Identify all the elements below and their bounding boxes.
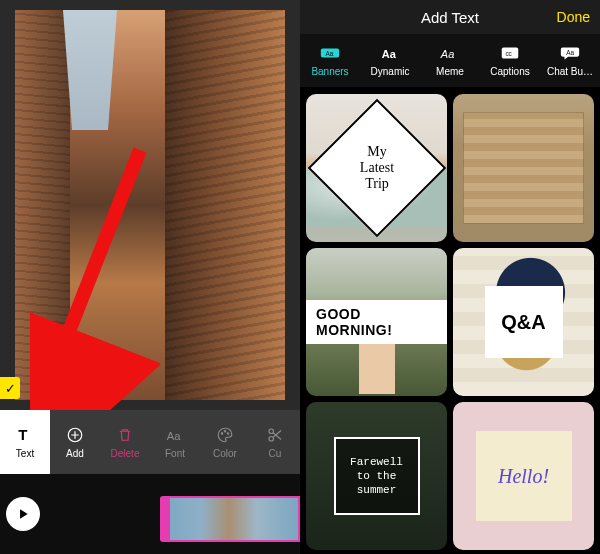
svg-point-6 (224, 431, 226, 433)
svg-text:Aa: Aa (566, 49, 574, 56)
tool-add[interactable]: Add (50, 410, 100, 474)
svg-point-8 (269, 429, 274, 434)
svg-point-9 (269, 437, 274, 442)
play-button[interactable] (6, 497, 40, 531)
banners-icon: Aa (319, 44, 341, 62)
captions-icon: cc (499, 44, 521, 62)
tool-label: Cu (269, 448, 282, 459)
svg-text:Aa: Aa (325, 50, 333, 57)
palette-icon (215, 425, 235, 445)
style-tabs: Aa Banners Aa Dynamic Aa Meme cc Caption… (300, 34, 600, 88)
font-icon: Aa (165, 425, 185, 445)
trash-icon (115, 425, 135, 445)
svg-text:T: T (18, 426, 27, 443)
video-preview[interactable] (15, 10, 285, 400)
svg-marker-10 (20, 509, 28, 518)
tab-captions[interactable]: cc Captions (480, 34, 540, 87)
banner-text: My New Recipe (471, 150, 576, 187)
banner-template-recipe[interactable]: My New Recipe (453, 94, 594, 242)
tab-label: Captions (490, 66, 529, 77)
add-text-panel: Add Text Done Aa Banners Aa Dynamic Aa M… (300, 0, 600, 554)
preview-area (0, 0, 300, 410)
text-toolbar: T Text Add Delete Aa Font (0, 410, 300, 474)
banner-template-qa[interactable]: Q&A (453, 248, 594, 396)
scissors-icon (265, 425, 285, 445)
tool-label: Color (213, 448, 237, 459)
svg-point-7 (227, 433, 229, 435)
done-button[interactable]: Done (557, 9, 590, 25)
svg-text:Aa: Aa (440, 48, 454, 60)
panel-header: Add Text Done (300, 0, 600, 34)
tab-label: Dynamic (371, 66, 410, 77)
tab-banners[interactable]: Aa Banners (300, 34, 360, 87)
banner-text: MyLatestTrip (359, 144, 393, 192)
tab-label: Banners (311, 66, 348, 77)
tool-cut[interactable]: Cu (250, 410, 300, 474)
panel-title: Add Text (421, 9, 479, 26)
check-icon: ✓ (5, 381, 16, 396)
meme-icon: Aa (439, 44, 461, 62)
banner-template-hello[interactable]: Hello! (453, 402, 594, 550)
tab-dynamic[interactable]: Aa Dynamic (360, 34, 420, 87)
tool-label: Add (66, 448, 84, 459)
timeline (0, 474, 300, 554)
svg-text:Aa: Aa (167, 430, 182, 442)
banner-text: Q&A (485, 286, 563, 358)
editor-panel: ✓ T Text Add Delete Aa (0, 0, 300, 554)
banner-template-trip[interactable]: MyLatestTrip (306, 94, 447, 242)
svg-text:cc: cc (505, 50, 512, 57)
clip-thumbnail[interactable] (160, 496, 300, 542)
dynamic-icon: Aa (379, 44, 401, 62)
svg-text:Aa: Aa (382, 48, 397, 60)
tool-label: Text (16, 448, 34, 459)
confirm-tab[interactable]: ✓ (0, 377, 20, 399)
banner-template-farewell[interactable]: Farewellto thesummer (306, 402, 447, 550)
tool-font[interactable]: Aa Font (150, 410, 200, 474)
banner-grid: MyLatestTrip My New Recipe GOOD MORNING!… (300, 88, 600, 554)
tab-label: Chat Bu… (547, 66, 593, 77)
banner-text: Farewellto thesummer (350, 455, 403, 498)
banner-text: GOOD MORNING! (306, 300, 447, 344)
banner-text: Hello! (476, 431, 572, 521)
plus-circle-icon (65, 425, 85, 445)
svg-point-5 (221, 433, 223, 435)
tool-color[interactable]: Color (200, 410, 250, 474)
tab-chat-bubbles[interactable]: Aa Chat Bu… (540, 34, 600, 87)
play-icon (16, 507, 30, 521)
tool-delete[interactable]: Delete (100, 410, 150, 474)
tab-meme[interactable]: Aa Meme (420, 34, 480, 87)
banner-template-morning[interactable]: GOOD MORNING! (306, 248, 447, 396)
tool-label: Font (165, 448, 185, 459)
text-icon: T (15, 425, 35, 445)
chat-icon: Aa (559, 44, 581, 62)
tab-label: Meme (436, 66, 464, 77)
tool-text[interactable]: T Text (0, 410, 50, 474)
tool-label: Delete (111, 448, 140, 459)
